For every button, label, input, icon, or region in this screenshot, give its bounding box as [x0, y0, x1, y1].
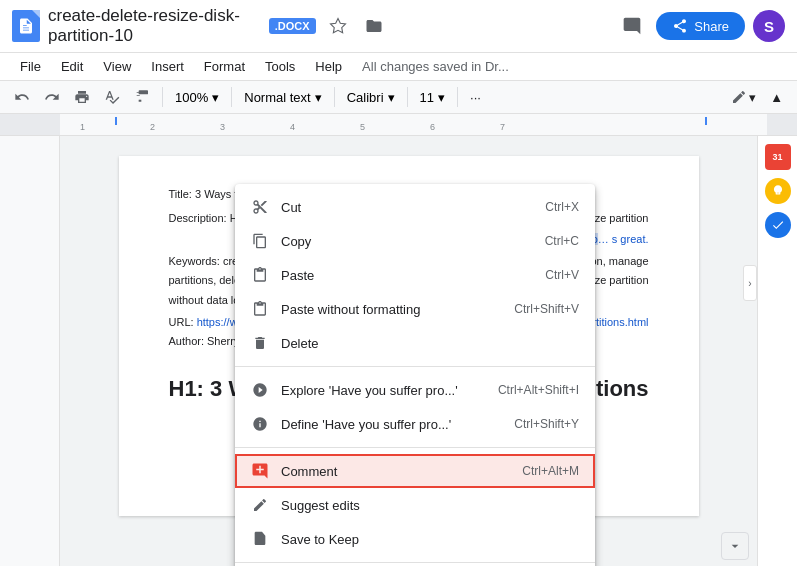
- ctx-copy-shortcut: Ctrl+C: [545, 234, 579, 248]
- ctx-comment[interactable]: Comment Ctrl+Alt+M: [235, 454, 595, 488]
- suggest-icon: [251, 496, 269, 514]
- saved-status[interactable]: All changes saved in Dr...: [362, 59, 509, 74]
- edit-mode-button[interactable]: ▾: [725, 85, 762, 109]
- ctx-keep-label: Save to Keep: [281, 532, 359, 547]
- separator-3: [334, 87, 335, 107]
- ctx-cut[interactable]: Cut Ctrl+X: [235, 190, 595, 224]
- ctx-define-label: Define 'Have you suffer pro...': [281, 417, 451, 432]
- menu-file[interactable]: File: [12, 55, 49, 78]
- title-bar: create-delete-resize-disk-partition-10 .…: [0, 0, 797, 53]
- menu-help[interactable]: Help: [307, 55, 350, 78]
- cut-icon: [251, 198, 269, 216]
- folder-button[interactable]: [360, 12, 388, 40]
- size-select[interactable]: 11 ▾: [414, 87, 451, 108]
- scroll-to-bottom-button[interactable]: [721, 532, 749, 560]
- app-icon: [12, 10, 40, 42]
- ctx-keep[interactable]: Save to Keep: [235, 522, 595, 556]
- toolbar: 100% ▾ Normal text ▾ Calibri ▾ 11 ▾ ··· …: [0, 81, 797, 114]
- ctx-suggest[interactable]: Suggest edits: [235, 488, 595, 522]
- menu-edit[interactable]: Edit: [53, 55, 91, 78]
- right-sidebar: 31: [757, 136, 797, 566]
- ctx-cut-label: Cut: [281, 200, 301, 215]
- font-select[interactable]: Calibri ▾: [341, 87, 401, 108]
- collapse-button[interactable]: ▲: [764, 86, 789, 109]
- ctx-cut-shortcut: Ctrl+X: [545, 200, 579, 214]
- comment-plus-icon: [251, 462, 269, 480]
- ctx-define[interactable]: Define 'Have you suffer pro...' Ctrl+Shi…: [235, 407, 595, 441]
- paintformat-button[interactable]: [128, 85, 156, 109]
- ctx-paste-format-label: Paste without formatting: [281, 302, 420, 317]
- separator-4: [407, 87, 408, 107]
- delete-icon: [251, 334, 269, 352]
- paste-format-icon: [251, 300, 269, 318]
- ctx-paste-label: Paste: [281, 268, 314, 283]
- ctx-explore[interactable]: Explore 'Have you suffer pro...' Ctrl+Al…: [235, 373, 595, 407]
- share-button[interactable]: Share: [656, 12, 745, 40]
- tasks-widget[interactable]: [765, 212, 791, 238]
- left-sidebar: [0, 136, 60, 566]
- separator-5: [457, 87, 458, 107]
- spellcheck-button[interactable]: [98, 85, 126, 109]
- comment-button[interactable]: [616, 10, 648, 42]
- explore-icon: [251, 381, 269, 399]
- menu-view[interactable]: View: [95, 55, 139, 78]
- copy-icon: [251, 232, 269, 250]
- share-label: Share: [694, 19, 729, 34]
- ctx-paste-format-shortcut: Ctrl+Shift+V: [514, 302, 579, 316]
- ctx-delete-label: Delete: [281, 336, 319, 351]
- star-button[interactable]: [324, 12, 352, 40]
- separator-1: [162, 87, 163, 107]
- main-area: Title: 3 Ways to… Description: Ha… e/res…: [0, 136, 797, 566]
- document-area[interactable]: Title: 3 Ways to… Description: Ha… e/res…: [60, 136, 757, 566]
- menu-bar: File Edit View Insert Format Tools Help …: [0, 53, 797, 81]
- ctx-copy-label: Copy: [281, 234, 311, 249]
- separator-1: [235, 366, 595, 367]
- context-menu: Cut Ctrl+X Copy Ctrl+C: [235, 184, 595, 566]
- define-icon: [251, 415, 269, 433]
- calendar-widget[interactable]: 31: [765, 144, 791, 170]
- separator-2: [231, 87, 232, 107]
- keep-icon: [251, 530, 269, 548]
- ctx-explore-shortcut: Ctrl+Alt+Shift+I: [498, 383, 579, 397]
- style-select[interactable]: Normal text ▾: [238, 87, 327, 108]
- ctx-paste[interactable]: Paste Ctrl+V: [235, 258, 595, 292]
- ctx-copy[interactable]: Copy Ctrl+C: [235, 224, 595, 258]
- ctx-delete[interactable]: Delete: [235, 326, 595, 360]
- more-button[interactable]: ···: [464, 86, 487, 109]
- menu-insert[interactable]: Insert: [143, 55, 192, 78]
- separator-3: [235, 562, 595, 563]
- undo-button[interactable]: [8, 85, 36, 109]
- ctx-paste-shortcut: Ctrl+V: [545, 268, 579, 282]
- docx-badge: .DOCX: [269, 18, 316, 34]
- ctx-suggest-label: Suggest edits: [281, 498, 360, 513]
- separator-2: [235, 447, 595, 448]
- redo-button[interactable]: [38, 85, 66, 109]
- ctx-paste-format[interactable]: Paste without formatting Ctrl+Shift+V: [235, 292, 595, 326]
- print-button[interactable]: [68, 85, 96, 109]
- ctx-define-shortcut: Ctrl+Shift+Y: [514, 417, 579, 431]
- zoom-select[interactable]: 100% ▾: [169, 87, 225, 108]
- expand-right-button[interactable]: ›: [743, 265, 757, 301]
- ctx-explore-label: Explore 'Have you suffer pro...': [281, 383, 458, 398]
- menu-tools[interactable]: Tools: [257, 55, 303, 78]
- avatar[interactable]: S: [753, 10, 785, 42]
- ruler: 1 2 3 4 5 6 7: [0, 114, 797, 136]
- lightbulb-widget[interactable]: [765, 178, 791, 204]
- menu-format[interactable]: Format: [196, 55, 253, 78]
- document-title: create-delete-resize-disk-partition-10: [48, 6, 261, 46]
- ctx-comment-shortcut: Ctrl+Alt+M: [522, 464, 579, 478]
- ctx-comment-label: Comment: [281, 464, 337, 479]
- paste-icon: [251, 266, 269, 284]
